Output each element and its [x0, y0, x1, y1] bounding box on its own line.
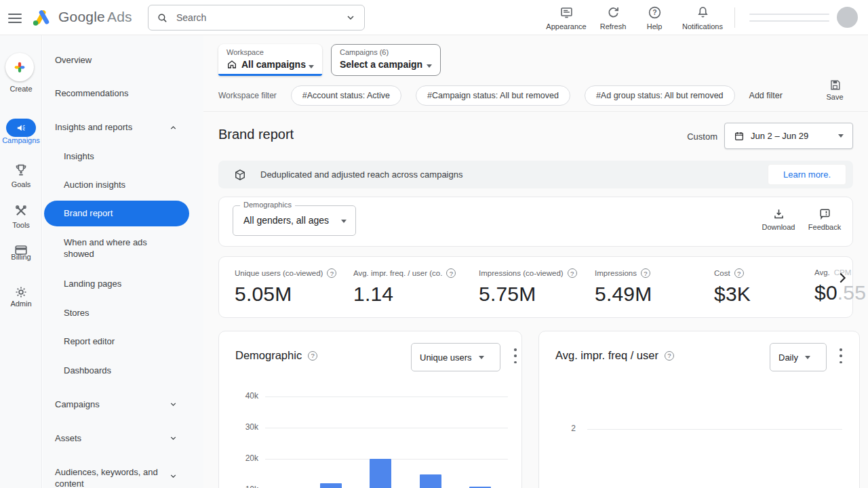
save-button[interactable]: Save	[819, 79, 850, 101]
chevron-down-icon[interactable]	[169, 434, 178, 443]
rail-item-campaigns[interactable]	[6, 119, 36, 137]
dropdown-arrow-icon	[805, 356, 810, 359]
metrics-summary-card: Unique users (co-viewed)? 5.05M Avg. imp…	[218, 256, 853, 318]
metric-value: 5.49M	[595, 283, 652, 306]
bar-35-44[interactable]	[370, 459, 391, 488]
sidebar-item-auction-insights[interactable]: Auction insights	[64, 179, 125, 190]
calendar-icon	[734, 131, 745, 142]
help-circle-icon[interactable]: ?	[568, 268, 577, 278]
package-icon	[233, 168, 247, 182]
main-content: Workspace All campaigns Campaigns (6) Se…	[203, 35, 868, 488]
demographics-picker[interactable]: Demographics All genders, all ages	[233, 205, 356, 236]
multicolor-plus-icon	[12, 60, 27, 75]
date-range-picker[interactable]: Jun 2 – Jun 29	[724, 123, 853, 149]
admin-gear-icon[interactable]	[14, 285, 28, 300]
main-menu-icon[interactable]	[7, 11, 23, 24]
sidebar-item-recommendations[interactable]: Recommendations	[55, 87, 128, 99]
rail-item-tools[interactable]: Tools	[0, 221, 42, 229]
demographics-filter-card: Demographics All genders, all ages Downl…	[218, 197, 853, 247]
scroll-right-chevron-icon[interactable]	[835, 270, 850, 285]
feedback-button[interactable]: Feedback	[804, 207, 846, 231]
dropdown-arrow-icon	[479, 356, 484, 359]
account-avatar[interactable]	[837, 7, 858, 28]
sidebar-item-campaigns[interactable]: Campaigns	[55, 399, 100, 410]
appearance-icon	[542, 5, 591, 20]
rail-item-create[interactable]: Create	[0, 85, 42, 93]
help-circle-icon[interactable]: ?	[446, 268, 456, 278]
dropdown-arrow-icon	[309, 65, 314, 68]
save-icon	[819, 79, 850, 92]
metric-value: 1.14	[353, 283, 456, 306]
home-icon	[226, 59, 237, 70]
sidebar-item-report-editor[interactable]: Report editor	[64, 336, 115, 347]
download-button[interactable]: Download	[757, 207, 800, 231]
filter-chip-ad-group-status[interactable]: #Ad group status: All but removed	[585, 85, 735, 106]
date-range-type: Custom	[670, 131, 717, 142]
chart-interval-selector[interactable]: Daily	[770, 343, 827, 371]
chevron-down-icon[interactable]	[169, 472, 178, 481]
account-info-redacted	[749, 14, 829, 15]
goals-icon[interactable]	[14, 163, 28, 178]
metric-cost: Cost? $3K	[714, 268, 751, 306]
top-app-bar: GoogleAds Search Appearance Refresh ? He…	[0, 0, 868, 35]
help-circle-icon[interactable]: ?	[641, 268, 650, 278]
y-axis-tick: 20k	[233, 453, 258, 463]
sidebar-item-audiences-keywords-content[interactable]: Audiences, keywords, and content	[55, 466, 172, 488]
sidebar-item-dashboards[interactable]: Dashboards	[64, 365, 111, 376]
sidebar-item-assets[interactable]: Assets	[55, 432, 81, 444]
create-button[interactable]	[5, 53, 34, 81]
bar-45-54[interactable]	[420, 474, 441, 488]
sidebar-item-landing-pages[interactable]: Landing pages	[64, 278, 121, 289]
search-icon	[157, 12, 168, 24]
chevron-down-icon[interactable]	[169, 400, 178, 409]
sidebar-item-insights-and-reports[interactable]: Insights and reports	[55, 121, 132, 133]
add-filter-button[interactable]: Add filter	[749, 91, 783, 100]
notifications-button[interactable]: Notifications	[678, 5, 727, 30]
google-ads-logo-icon[interactable]	[30, 7, 52, 28]
workspace-picker[interactable]: Workspace All campaigns	[218, 44, 322, 76]
dropdown-arrow-icon	[838, 134, 844, 138]
avg-impr-freq-chart-card: Avg. impr. freq / user ? Daily 2	[538, 331, 860, 488]
rail-item-billing[interactable]: Billing	[0, 253, 42, 261]
help-circle-icon[interactable]: ?	[665, 351, 674, 361]
y-axis-tick: 40k	[233, 391, 258, 401]
sidebar-item-when-and-where-ads-showed[interactable]: When and where ads showed	[64, 237, 167, 260]
banner-text: Deduplicated and adjusted reach across c…	[260, 169, 768, 180]
help-circle-icon[interactable]: ?	[327, 268, 336, 278]
workspace-value: All campaigns	[241, 59, 306, 70]
chevron-up-icon[interactable]	[169, 123, 178, 132]
help-circle-icon[interactable]: ?	[734, 268, 744, 278]
campaigns-navigation-sidebar: Overview Recommendations Insights and re…	[43, 35, 203, 488]
sidebar-item-stores[interactable]: Stores	[64, 307, 90, 319]
sidebar-item-brand-report[interactable]: Brand report	[44, 201, 189, 226]
metric-value: 5.75M	[479, 283, 577, 306]
rail-item-admin[interactable]: Admin	[0, 300, 42, 308]
help-circle-icon[interactable]: ?	[308, 351, 317, 361]
topbar-divider	[734, 7, 735, 28]
bar-25-34[interactable]	[320, 483, 342, 488]
search-input[interactable]: Search	[148, 5, 365, 30]
campaign-picker[interactable]: Campaigns (6) Select a campaign	[331, 44, 441, 76]
y-axis-tick: 2	[551, 424, 576, 433]
page-title: Brand report	[218, 127, 294, 142]
download-icon	[757, 207, 800, 221]
help-button[interactable]: ? Help	[630, 5, 679, 30]
kebab-menu-icon[interactable]	[836, 348, 846, 363]
metric-value: 5.05M	[235, 283, 336, 306]
metric-impressions-coviewed: Impressions (co-viewed)? 5.75M	[479, 268, 577, 306]
chart-metric-selector[interactable]: Unique users	[411, 343, 500, 371]
filter-chip-campaign-status[interactable]: #Campaign status: All but removed	[416, 85, 570, 106]
workspace-filter-label: Workspace filter	[218, 91, 277, 100]
sidebar-item-insights[interactable]: Insights	[64, 150, 94, 162]
filter-bar: Workspace filter #Account status: Active…	[218, 85, 783, 106]
date-range-value: Jun 2 – Jun 29	[751, 131, 832, 141]
filter-chip-account-status[interactable]: #Account status: Active	[291, 85, 401, 106]
rail-item-goals[interactable]: Goals	[0, 180, 42, 188]
chevron-down-icon[interactable]	[345, 12, 356, 23]
kebab-menu-icon[interactable]	[511, 348, 520, 363]
y-axis-tick: 10k	[233, 485, 258, 488]
tools-icon[interactable]	[14, 203, 28, 218]
appearance-button[interactable]: Appearance	[542, 5, 591, 30]
learn-more-button[interactable]: Learn more.	[768, 164, 846, 185]
sidebar-item-overview[interactable]: Overview	[55, 54, 92, 66]
